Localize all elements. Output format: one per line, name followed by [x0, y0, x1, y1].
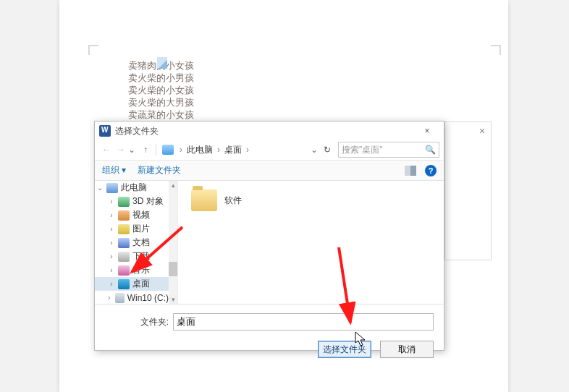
breadcrumb-part-1[interactable]: 桌面 — [224, 144, 242, 156]
folder-field-label: 文件夹: — [105, 316, 173, 328]
obj3d-icon — [118, 197, 130, 207]
tree-node-label: 视频 — [132, 209, 150, 221]
refresh-button[interactable]: ↻ — [321, 145, 334, 155]
breadcrumb[interactable]: › 此电脑 › 桌面 › — [177, 144, 252, 156]
tree-node-label: Win10 (C:) — [127, 293, 169, 303]
tree-node-1[interactable]: ›3D 对象 — [95, 195, 169, 208]
document-line: 卖火柴的小男孩 — [128, 72, 194, 84]
scroll-up-button[interactable]: ▴ — [169, 181, 177, 189]
nav-up-button[interactable]: ↑ — [138, 142, 153, 157]
document-line: 卖火柴的小女孩 — [128, 84, 194, 96]
expander-icon[interactable]: › — [106, 294, 112, 302]
nav-back-button[interactable]: ← — [99, 142, 114, 157]
tree-node-5[interactable]: ›下载 — [95, 250, 169, 263]
view-options-button[interactable] — [405, 166, 416, 176]
search-input[interactable]: 搜索"桌面" 🔍 — [338, 142, 439, 158]
marker-dot: · — [172, 56, 174, 69]
titlebar[interactable]: 选择文件夹 × — [95, 122, 444, 140]
tree-node-label: 下载 — [132, 250, 150, 263]
path-root-icon[interactable] — [162, 145, 174, 155]
new-folder-button[interactable]: 新建文件夹 — [138, 164, 181, 176]
expander-icon[interactable]: › — [108, 211, 115, 219]
toolbar: 组织 ▾ 新建文件夹 ? — [95, 160, 444, 181]
tree-node-8[interactable]: ›Win10 (C:) — [95, 291, 169, 304]
nav-forward-button[interactable]: → — [114, 142, 128, 157]
dialog-footer: 文件夹: 选择文件夹 取消 — [95, 304, 444, 368]
scrollbar-thumb[interactable] — [169, 262, 177, 276]
paragraph-marker: · — [157, 56, 174, 69]
drive-icon — [115, 293, 125, 303]
search-icon[interactable]: 🔍 — [425, 145, 436, 155]
scrollbar-track[interactable] — [169, 189, 177, 295]
tree-node-label: 图片 — [132, 223, 150, 235]
scroll-down-button[interactable]: ▾ — [169, 295, 177, 304]
path-dropdown[interactable]: ⌄ — [311, 145, 318, 155]
dialog-close-button[interactable]: × — [415, 123, 439, 139]
list-item[interactable]: 软件 — [191, 189, 431, 211]
pic-icon — [118, 224, 130, 234]
dialog-title: 选择文件夹 — [115, 125, 415, 137]
tree-node-label: 音乐 — [132, 264, 150, 276]
tree-node-label: 桌面 — [132, 278, 150, 290]
select-folder-button[interactable]: 选择文件夹 — [318, 341, 371, 358]
expander-icon[interactable]: › — [108, 239, 115, 247]
nav-history-dropdown[interactable]: ⌄ — [128, 145, 135, 155]
page-icon — [157, 57, 167, 69]
expander-icon[interactable]: › — [108, 266, 115, 274]
crop-mark-tl — [88, 45, 98, 55]
tree-node-label: 此电脑 — [121, 182, 147, 194]
search-placeholder: 搜索"桌面" — [342, 144, 383, 156]
tree-node-3[interactable]: ›图片 — [95, 222, 169, 236]
side-panel-close[interactable]: × — [478, 127, 486, 135]
expander-icon[interactable]: › — [108, 280, 115, 288]
organize-menu[interactable]: 组织 ▾ — [102, 164, 126, 176]
app-icon — [99, 125, 111, 137]
folder-contents[interactable]: 软件 — [178, 181, 444, 304]
expander-icon[interactable]: ⌄ — [96, 184, 104, 192]
tree-node-6[interactable]: ›音乐 — [95, 263, 169, 277]
expander-icon[interactable]: › — [108, 252, 115, 260]
video-icon — [118, 210, 130, 221]
tree-node-7[interactable]: ›桌面 — [95, 277, 169, 291]
tree-node-0[interactable]: ⌄此电脑 — [95, 181, 169, 195]
nav-bar: ← → ⌄ ↑ › 此电脑 › 桌面 › ⌄ ↻ 搜索"桌面" 🔍 — [95, 140, 444, 160]
doc-icon — [118, 238, 130, 248]
breadcrumb-part-0[interactable]: 此电脑 — [187, 144, 213, 156]
document-line: 卖蔬菜的小女孩 — [128, 108, 194, 121]
document-body: · 卖猪肉的小女孩卖火柴的小男孩卖火柴的小女孩卖火柴的大男孩卖蔬菜的小女孩 — [128, 59, 194, 121]
side-panel: × — [444, 122, 492, 260]
folder-tree[interactable]: ▴ ▾ ⌄此电脑›3D 对象›视频›图片›文档›下载›音乐›桌面›Win10 (… — [95, 181, 178, 304]
folder-icon — [191, 189, 217, 211]
dialog-body: ▴ ▾ ⌄此电脑›3D 对象›视频›图片›文档›下载›音乐›桌面›Win10 (… — [95, 181, 444, 304]
folder-label: 软件 — [224, 195, 242, 207]
separator — [156, 144, 156, 155]
music-icon — [118, 265, 130, 276]
help-button[interactable]: ? — [425, 165, 437, 176]
crop-mark-tr — [491, 45, 501, 55]
expander-icon[interactable]: › — [108, 225, 115, 233]
tree-node-4[interactable]: ›文档 — [95, 236, 169, 250]
tree-node-label: 3D 对象 — [132, 195, 164, 208]
desk-icon — [118, 279, 130, 289]
folder-name-input[interactable] — [173, 313, 434, 331]
tree-node-label: 文档 — [132, 237, 150, 249]
dl-icon — [118, 252, 130, 262]
tree-node-2[interactable]: ›视频 — [95, 208, 169, 222]
expander-icon[interactable]: › — [108, 197, 115, 205]
pc-icon — [106, 183, 118, 193]
document-line: 卖火柴的大男孩 — [128, 96, 194, 108]
cancel-button[interactable]: 取消 — [380, 341, 434, 358]
folder-picker-dialog: 选择文件夹 × ← → ⌄ ↑ › 此电脑 › 桌面 › ⌄ ↻ 搜索"桌面" … — [94, 121, 444, 351]
